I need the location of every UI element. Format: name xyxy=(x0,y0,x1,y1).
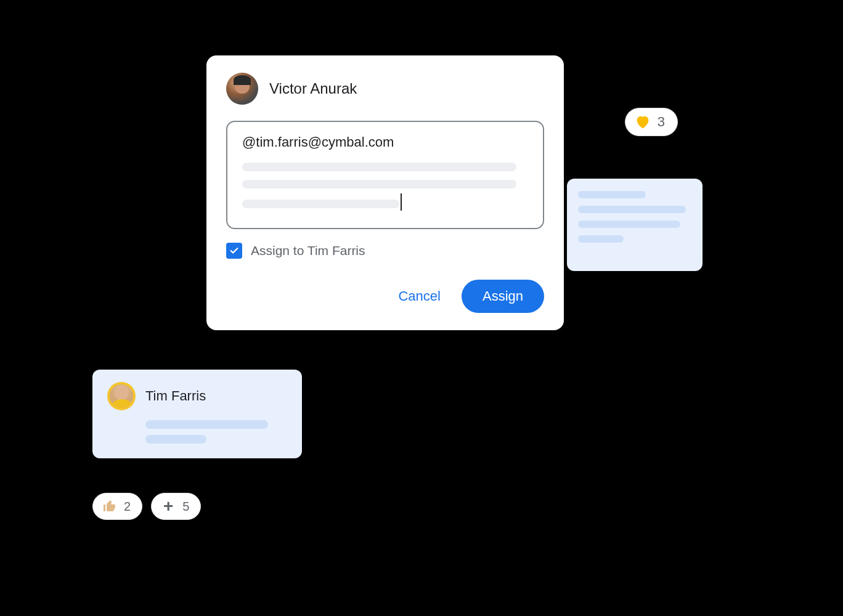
heart-count: 3 xyxy=(658,114,665,130)
assign-checkbox[interactable] xyxy=(226,243,242,259)
user-card-header: Tim Farris xyxy=(107,382,287,410)
reaction-add-pill[interactable]: + 5 xyxy=(151,493,201,520)
placeholder-line xyxy=(578,235,624,243)
author-avatar xyxy=(226,73,258,105)
mention-text: @tim.farris@cymbal.com xyxy=(242,134,528,150)
comment-input-box[interactable]: @tim.farris@cymbal.com xyxy=(226,121,544,229)
heart-icon xyxy=(634,113,651,131)
cancel-button[interactable]: Cancel xyxy=(393,282,445,310)
dialog-actions: Cancel Assign xyxy=(226,280,544,313)
author-name: Victor Anurak xyxy=(269,80,357,97)
user-card-name: Tim Farris xyxy=(145,388,206,404)
thumbs-up-icon xyxy=(102,498,118,514)
comment-dialog: Victor Anurak @tim.farris@cymbal.com Ass… xyxy=(206,55,564,330)
dialog-header: Victor Anurak xyxy=(226,73,544,105)
assign-button[interactable]: Assign xyxy=(462,280,544,313)
reaction-thumbs-up-pill[interactable]: 2 xyxy=(92,493,142,520)
user-card[interactable]: Tim Farris xyxy=(92,370,302,458)
text-cursor xyxy=(401,193,402,211)
reaction-heart-pill[interactable]: 3 xyxy=(625,108,678,136)
placeholder-line xyxy=(578,191,646,198)
placeholder-line xyxy=(242,163,516,171)
bottom-reactions: 2 + 5 xyxy=(92,493,201,520)
background-comment-card xyxy=(567,179,702,271)
assign-label: Assign to Tim Farris xyxy=(251,243,365,258)
plus-count: 5 xyxy=(182,500,189,514)
assign-checkbox-row[interactable]: Assign to Tim Farris xyxy=(226,243,544,259)
placeholder-line xyxy=(578,206,686,213)
user-avatar xyxy=(107,382,136,410)
placeholder-line xyxy=(242,180,516,188)
placeholder-line xyxy=(242,200,399,208)
placeholder-line xyxy=(578,221,680,228)
placeholder-line xyxy=(145,420,268,429)
placeholder-line xyxy=(145,435,206,444)
thumbs-up-count: 2 xyxy=(124,500,131,514)
plus-icon: + xyxy=(160,498,176,514)
